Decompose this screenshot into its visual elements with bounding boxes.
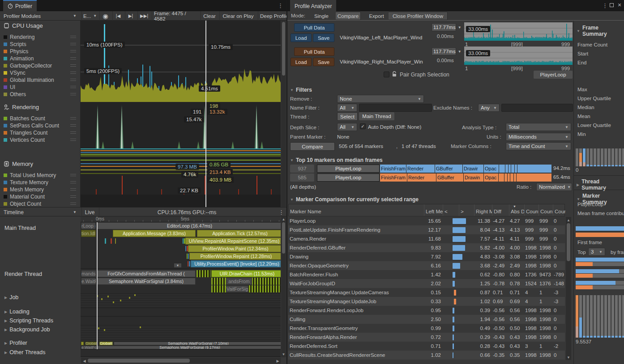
top10-segment[interactable] — [499, 174, 504, 182]
top10-segment[interactable] — [504, 174, 507, 182]
top10-segment[interactable] — [517, 165, 551, 173]
units-dropdown[interactable]: Milliseconds▼ — [506, 133, 571, 141]
table-row[interactable]: Render.OpaqueGeometry6.163.68-2.492.4919… — [288, 261, 565, 270]
tab-profiler[interactable]: Profiler — [3, 0, 37, 11]
auto-depth-checkbox[interactable]: ✓ — [360, 123, 366, 129]
timeline-bar[interactable]: e.WaitForSign — [81, 346, 97, 349]
drag-handle-icon[interactable] — [70, 181, 76, 183]
legend-item-others[interactable]: Others — [4, 91, 80, 98]
module-header-memory[interactable]: Memory — [4, 161, 33, 167]
modules-scrollbar-thumb[interactable] — [282, 22, 285, 76]
timeline-bar[interactable]: andsFrom — [226, 278, 252, 285]
clear-on-play-button[interactable]: Clear on Play — [219, 11, 256, 21]
cpu-usage-chart[interactable] — [81, 21, 281, 102]
drag-handle-icon[interactable] — [70, 188, 76, 190]
next-frame-button[interactable]: ▶| — [125, 11, 136, 21]
table-row[interactable]: RenderDeferred.GBuffer9.835.82-4.004.001… — [288, 243, 565, 252]
table-row[interactable]: WaitForJobGroupID2.021.25-0.780.78152413… — [288, 279, 565, 288]
top10-segment[interactable] — [515, 165, 517, 173]
exclude-mode-dropdown[interactable]: Any▼ — [478, 104, 500, 112]
table-row[interactable]: BatchRenderer.Flush1.420.62-0.800.801736… — [288, 270, 565, 279]
timeline-bar[interactable]: ForGfxCommandsFromMainThread ( — [97, 270, 196, 277]
legend-item-scripts[interactable]: Scripts — [4, 41, 80, 48]
scroll-down-icon[interactable]: ▼ — [566, 356, 571, 360]
load-left-button[interactable]: Load — [291, 34, 312, 42]
thread-label-other-threads[interactable]: ▶Other Threads — [4, 349, 46, 356]
scroll-right-icon[interactable]: ▶ — [276, 359, 280, 363]
analyzer-menu-icon[interactable]: ⋮ — [602, 2, 608, 9]
table-row[interactable]: RenderForwardAlpha.Render0.720.29-0.430.… — [288, 333, 565, 342]
table-row[interactable]: TextureStreamingManager.UpdateJob0.331.0… — [288, 297, 565, 306]
load-right-button[interactable]: Load — [291, 58, 312, 66]
legend-item-ui[interactable]: UI — [4, 84, 80, 91]
timeline-vscrollbar-thumb[interactable] — [282, 222, 285, 254]
legend-item-total-used-memory[interactable]: Total Used Memory — [4, 172, 80, 179]
maximize-icon[interactable] — [610, 3, 614, 7]
top10-bar[interactable]: FinishFramRenderGBufferDrawirOpac — [380, 165, 551, 173]
timeline-bar[interactable]: Application.Message (3.83ms) — [113, 230, 196, 237]
table-row[interactable]: Drawing7.924.83-3.083.08199819980 — [288, 252, 565, 261]
legend-item-physics[interactable]: Physics — [4, 48, 80, 55]
drag-handle-icon[interactable] — [70, 195, 76, 198]
marker-summary-histogram[interactable] — [576, 294, 624, 338]
live-button[interactable]: Live — [81, 207, 98, 217]
legend-item-garbagecollector[interactable]: GarbageCollector — [4, 62, 80, 69]
compare-button[interactable]: Compare — [290, 142, 335, 151]
clear-button[interactable]: Clear — [201, 11, 218, 21]
drag-handle-icon[interactable] — [70, 43, 76, 45]
analysis-type-dropdown[interactable]: Total▼ — [506, 123, 571, 131]
drag-handle-icon[interactable] — [70, 50, 76, 52]
name-filter-input[interactable] — [359, 104, 432, 112]
filters-header[interactable]: ▼Filters — [290, 87, 312, 93]
mode-compare-button[interactable]: Compare — [336, 12, 361, 20]
column-header[interactable]: ▼Abs Diff — [509, 204, 524, 216]
drag-handle-icon[interactable] — [70, 57, 76, 59]
table-row[interactable]: Culling2.501.94-0.560.56199819980 — [288, 315, 565, 324]
timeline-view-dropdown[interactable]: Timeline▼ — [0, 207, 80, 217]
top10-segment[interactable]: Render — [406, 165, 435, 173]
top-count-dropdown[interactable]: 3▼ — [588, 248, 605, 256]
drag-handle-icon[interactable] — [70, 36, 76, 38]
drag-handle-icon[interactable] — [70, 86, 76, 88]
thread-label-scripting-threads[interactable]: ▶Scripting Threads — [4, 317, 53, 324]
deep-profile-button[interactable]: Deep Profile — [258, 11, 286, 21]
thread-label-job[interactable]: ▶Job — [4, 294, 18, 301]
top10-segment[interactable]: FinishFram — [380, 174, 407, 182]
scroll-down-icon[interactable]: ▼ — [282, 352, 286, 356]
top10-segment[interactable] — [505, 165, 508, 173]
table-scrollbar-thumb[interactable] — [567, 223, 570, 261]
range-left-dropdown[interactable]: 117.77ms▼ — [432, 23, 456, 31]
timeline-bar[interactable]: tion.Idle (1 — [81, 230, 96, 237]
legend-item-object-count[interactable]: Object Count — [4, 200, 80, 207]
legend-item-global-illumination[interactable]: Global Illumination — [4, 76, 80, 84]
top10-segment[interactable]: Drawin — [464, 174, 483, 182]
prev-frame-button[interactable]: |◀ — [112, 11, 124, 21]
legend-item-texture-memory[interactable]: Texture Memory — [4, 179, 80, 186]
top10-segment[interactable] — [517, 174, 551, 182]
drag-handle-icon[interactable] — [70, 79, 76, 81]
thread-label-render-thread[interactable]: Render Thread — [4, 271, 42, 277]
timeline-bar[interactable]: Application.Tick (12.57ms) — [197, 230, 281, 237]
top10-segment[interactable]: Render — [407, 174, 436, 182]
timeline-bar[interactable]: GlobalD: — [85, 342, 97, 345]
drag-handle-icon[interactable] — [70, 93, 76, 95]
timeline-bar[interactable]: e.WaitForSigna — [81, 278, 96, 285]
thread-label-loading[interactable]: ▶Loading — [4, 309, 30, 315]
last-frame-button[interactable]: ▶▶| — [137, 11, 150, 21]
drag-handle-icon[interactable] — [70, 64, 76, 67]
top10-segment[interactable]: GBuffer — [436, 174, 463, 182]
timeline-bar[interactable]: Utility.ProcessEvent() [Invoke] (12.20ms… — [191, 260, 281, 267]
record-button[interactable]: ◉ — [99, 11, 111, 21]
tab-profile-analyzer[interactable]: Profile Analyzer — [290, 0, 336, 11]
thread-select-button[interactable]: Select — [337, 112, 358, 121]
top10-bar[interactable]: FinishFramRenderGBufferDrawinOpac — [380, 174, 551, 182]
scroll-left-icon[interactable]: ◀ — [82, 359, 86, 363]
exclude-names-input[interactable] — [501, 104, 573, 112]
timeline-hscrollbar-thumb[interactable] — [88, 359, 190, 363]
export-button[interactable]: Export — [366, 11, 387, 21]
name-filter-mode-dropdown[interactable]: All▼ — [337, 104, 357, 112]
timeline-bar[interactable]: ProfilerWindow.Paint (12.34ms) — [188, 245, 281, 252]
profiler-modules-dropdown[interactable]: Profiler Modules▼ — [0, 11, 80, 21]
column-header[interactable]: > — [459, 204, 474, 216]
frame-summary-header[interactable]: ▼Frame Summary — [577, 25, 624, 37]
